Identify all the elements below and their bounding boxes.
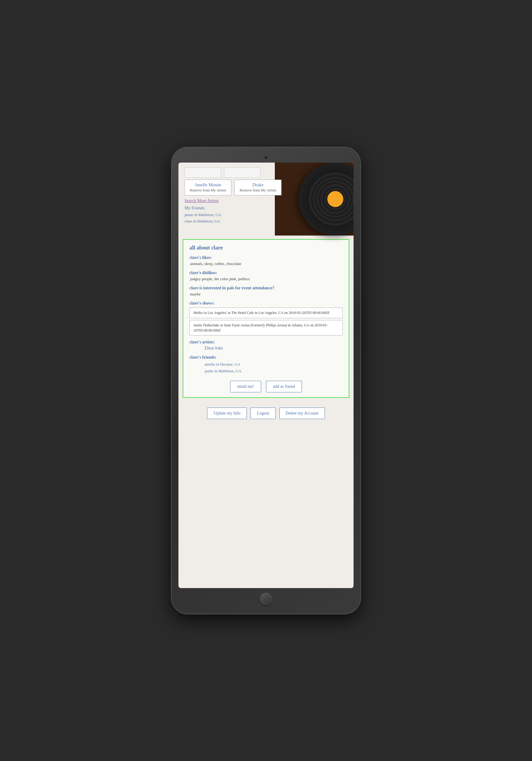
show-item-2: Justin Timberlake at State Farm Arena (F…: [189, 320, 343, 336]
artist-name-drake: Drake: [240, 182, 276, 188]
pals-value: maybe: [190, 292, 343, 297]
my-friend-1: jamie in Mableton, GA: [185, 212, 347, 218]
profile-actions: email me! add as friend: [189, 381, 343, 392]
profile-friend-2: jamie in Mableton, GA: [205, 368, 343, 375]
friends-label: clare's friends:: [189, 355, 343, 360]
search-more-artists-link[interactable]: Search More Artists: [185, 199, 347, 203]
artists-value: Elton John: [205, 346, 343, 351]
my-friend-2: clare in Mableton, GA: [185, 218, 347, 225]
dislikes-value: judgey people, the color pink, politics: [190, 276, 343, 281]
tablet-camera-icon: [265, 156, 267, 159]
top-section: Janelle Monáe Remove from My Artists Dra…: [178, 163, 354, 236]
top-artist-row-placeholder: [185, 167, 347, 178]
placeholder-card-2: [224, 167, 261, 178]
likes-label: clare's likes:: [189, 255, 343, 260]
home-button-icon[interactable]: [260, 592, 272, 605]
logout-button[interactable]: Logout: [251, 408, 275, 419]
artist-action-janelle[interactable]: Remove from My Artists: [190, 188, 226, 193]
shows-label: clare's shows:: [189, 301, 343, 306]
my-friends-section: My Friends: jamie in Mableton, GA clare …: [185, 206, 347, 225]
dislikes-label: clare's dislikes:: [189, 270, 343, 275]
artist-name-janelle: Janelle Monáe: [190, 182, 226, 188]
bottom-actions-bar: Update my Info Logout Delete my Account: [178, 401, 354, 428]
tablet-screen: Janelle Monáe Remove from My Artists Dra…: [178, 163, 354, 588]
tablet-device: Janelle Monáe Remove from My Artists Dra…: [172, 147, 360, 614]
pals-label: clare is interested in pals for event at…: [189, 286, 343, 291]
screen-content: Janelle Monáe Remove from My Artists Dra…: [178, 163, 354, 428]
add-as-friend-button[interactable]: add as friend: [266, 381, 302, 392]
email-me-button[interactable]: email me!: [230, 381, 261, 392]
artist-card-drake: Drake Remove from My Artists: [234, 180, 281, 196]
profile-box: all about clare clare's likes: animals, …: [183, 239, 349, 398]
artist-action-drake[interactable]: Remove from My Artists: [240, 188, 276, 193]
delete-account-button[interactable]: Delete my Account: [279, 408, 325, 419]
profile-title: all about clare: [189, 245, 343, 251]
likes-value: animals, sleep, coffee, chocolate: [190, 262, 343, 266]
artist-card-janelle: Janelle Monáe Remove from My Artists: [185, 180, 231, 196]
profile-friend-1: amelia in Decatur, GA: [205, 361, 343, 368]
artists-row: Janelle Monáe Remove from My Artists Dra…: [185, 180, 347, 196]
my-friends-label: My Friends:: [185, 206, 347, 210]
update-info-button[interactable]: Update my Info: [207, 408, 247, 419]
show-item-1: Meiko in Los Angeles! at The Hotel Cafe …: [189, 308, 343, 318]
placeholder-card-1: [185, 167, 221, 178]
artists-label: clare's artists:: [189, 340, 343, 345]
